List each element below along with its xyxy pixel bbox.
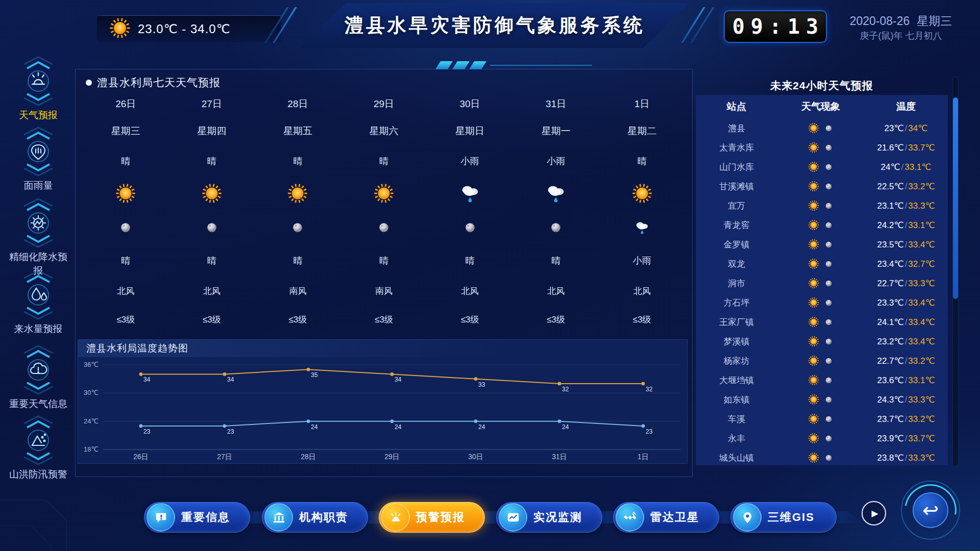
- station-temperature: 23.9℃/33.7℃: [864, 433, 948, 444]
- circuit-decoration: [0, 480, 133, 551]
- forecast-day-icon: [341, 177, 427, 210]
- moon-icon: [823, 181, 834, 192]
- play-button[interactable]: ▶: [862, 501, 886, 525]
- forecast-wind-direction: 北风: [83, 277, 169, 306]
- svg-text:24℃: 24℃: [84, 417, 99, 425]
- forecast-weekday: 星期三: [83, 116, 169, 146]
- svg-text:27日: 27日: [217, 453, 232, 461]
- bullet-icon: [86, 80, 92, 86]
- nav-3d-gis[interactable]: 三维GIS: [730, 502, 837, 533]
- moon-icon: [289, 219, 306, 236]
- sun-icon: [807, 122, 820, 134]
- station-name: 甘溪滩镇: [696, 181, 777, 192]
- flood-warning-icon: [17, 458, 60, 467]
- svg-text:24: 24: [562, 423, 569, 431]
- forecast-date: 26日: [83, 92, 169, 116]
- gis-pin-icon: [733, 503, 762, 532]
- rain-icon: [459, 182, 481, 205]
- sun-icon: [807, 316, 820, 328]
- sun-icon: [807, 277, 820, 289]
- station-weather-icons: [777, 238, 864, 251]
- station-row: 金罗镇23.5℃/33.4℃: [696, 235, 948, 254]
- info-bubble-icon: [146, 503, 175, 532]
- station-weather-icons: [777, 452, 864, 464]
- station-temperature: 22.7℃/33.3℃: [864, 278, 948, 289]
- forecast-day-condition: 小雨: [513, 146, 599, 177]
- moon-icon: [823, 394, 834, 405]
- station-weather-icons: [777, 355, 864, 367]
- forecast-night-icon: [599, 210, 685, 245]
- forecast-night-icon: [427, 210, 513, 245]
- nav-label: 三维GIS: [768, 510, 815, 525]
- moon-icon: [462, 219, 478, 236]
- svg-text:30℃: 30℃: [84, 389, 99, 396]
- station-row: 城头山镇23.8℃/33.3℃: [696, 448, 948, 465]
- sidebar-item-fine-precipitation[interactable]: 精细化降水预报: [0, 195, 77, 278]
- date-display: 2020-08-26星期三: [832, 13, 970, 29]
- forecast-night-icon: [169, 210, 255, 245]
- forecast-date: 29日: [341, 92, 427, 116]
- station-name: 太青水库: [696, 142, 777, 154]
- forecast-wind-level: ≤3级: [427, 306, 513, 333]
- sun-icon: [807, 141, 820, 154]
- sidebar-item-weather-forecast[interactable]: 天气预报: [0, 53, 77, 122]
- moon-icon: [823, 278, 834, 289]
- svg-text:23: 23: [143, 428, 151, 435]
- station-weather-icons: [777, 122, 864, 134]
- station-temperature: 23.3℃/33.4℃: [864, 297, 948, 308]
- forecast-wind-direction: 北风: [427, 277, 513, 306]
- moon-icon: [823, 162, 834, 172]
- nav-important-info[interactable]: 重要信息: [144, 502, 250, 533]
- moon-icon: [823, 259, 834, 269]
- sun-icon: [631, 182, 653, 205]
- forecast-day-column: 31日星期一小雨晴北风≤3级: [513, 92, 599, 333]
- station-row: 梦溪镇23.2℃/33.4℃: [696, 332, 948, 351]
- station-temperature: 23.6℃/33.1℃: [864, 375, 948, 386]
- forecast-day-column: 27日星期四晴晴北风≤3级: [169, 92, 255, 333]
- sidebar-item-inflow-forecast[interactable]: 来水量预报: [0, 267, 77, 336]
- forecast-day-column: 28日星期五晴晴南风≤3级: [255, 92, 341, 333]
- forecast-day-condition: 晴: [169, 146, 255, 177]
- forecast-date: 28日: [255, 92, 341, 116]
- moon-icon: [823, 317, 834, 328]
- weather-dashboard: 23.0℃ - 34.0℃ 澧县水旱灾害防御气象服务系统 09:13 2020-…: [0, 0, 980, 551]
- nav-institution-duty[interactable]: 机构职责: [262, 502, 368, 533]
- col-weather: 天气现象: [777, 100, 864, 113]
- sidebar-label: 天气预报: [6, 108, 71, 122]
- scrollbar[interactable]: [952, 77, 959, 466]
- forecast-wind-level: ≤3级: [599, 306, 685, 333]
- forecast-date: 31日: [513, 92, 599, 116]
- col-temperature: 温度: [864, 100, 948, 113]
- station-row: 如东镇24.3℃/33.3℃: [696, 390, 948, 409]
- sun-icon: [807, 296, 820, 309]
- temperature-trend-panel: 澧县水利局温度趋势图 36℃30℃24℃18℃26日27日28日29日30日31…: [78, 339, 688, 464]
- station-row: 双龙23.4℃/32.7℃: [696, 254, 948, 273]
- nav-radar-satellite[interactable]: 雷达卫星: [613, 502, 719, 533]
- sidebar-label: 山洪防汛预警: [6, 467, 71, 481]
- forecast-day-column: 30日星期日小雨晴北风≤3级: [427, 92, 513, 333]
- forecast-day-icon: [427, 177, 513, 210]
- sidebar-item-areal-rainfall[interactable]: 面雨量: [0, 123, 77, 192]
- nav-warning-forecast[interactable]: 预警预报: [379, 502, 485, 533]
- nav-live-monitor[interactable]: 实况监测: [496, 502, 602, 533]
- station-weather-icons: [777, 219, 864, 231]
- station-name: 车溪: [696, 413, 777, 425]
- moon-icon: [823, 433, 834, 444]
- station-name: 如东镇: [696, 394, 777, 406]
- station-weather-icons: [777, 374, 864, 386]
- station-row: 车溪23.7℃/33.2℃: [696, 409, 948, 429]
- moon-icon: [823, 201, 834, 211]
- scrollbar-thumb[interactable]: [953, 97, 958, 299]
- back-button[interactable]: ↩: [901, 481, 960, 540]
- sidebar-label: 重要天气信息: [6, 397, 71, 411]
- sidebar-item-flood-warning[interactable]: 山洪防汛预警: [0, 412, 77, 481]
- forecast-night-condition: 晴: [83, 245, 169, 277]
- sidebar-item-important-weather[interactable]: 重要天气信息: [0, 342, 77, 411]
- station-name: 方石坪: [696, 297, 777, 309]
- forecast-wind-level: ≤3级: [513, 306, 599, 333]
- forecast-day-column: 1日星期二晴小雨北风≤3级: [599, 92, 685, 333]
- important-weather-icon: [17, 388, 60, 396]
- weather-forecast-icon: [17, 99, 60, 108]
- svg-text:28日: 28日: [301, 453, 316, 461]
- temperature-trend-svg: 36℃30℃24℃18℃26日27日28日29日30日31日1日34343534…: [78, 357, 687, 463]
